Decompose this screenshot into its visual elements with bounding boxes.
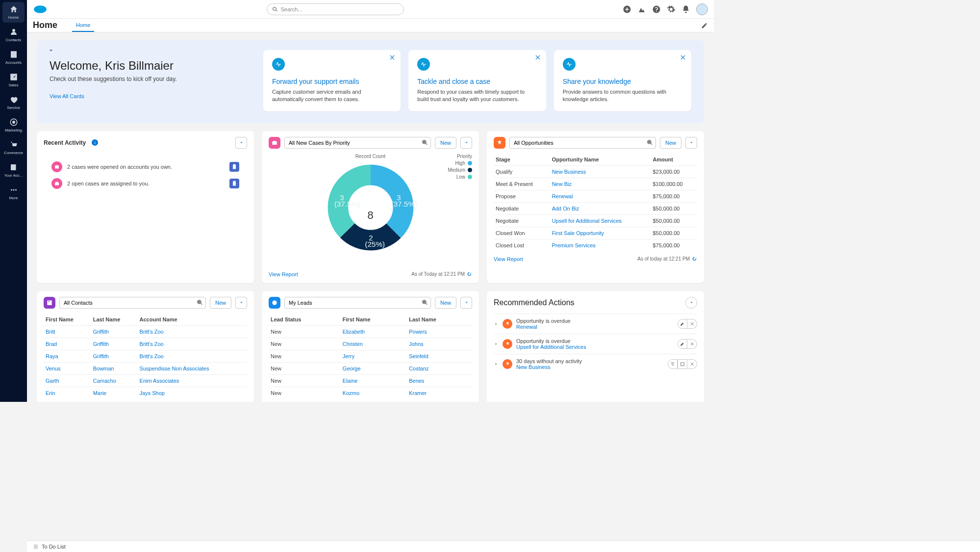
card-menu-button[interactable] <box>235 297 247 309</box>
table-row[interactable]: Closed WonFirst Sale Opportunity$50,000.… <box>494 227 697 239</box>
timestamp-text: As of today at 12:21 PM <box>637 256 690 262</box>
sidebar-item-sales[interactable]: Sales <box>2 70 25 90</box>
chevron-right-icon[interactable] <box>494 362 499 367</box>
table-row[interactable]: BrittGriffithBritt's Zoo <box>44 325 247 338</box>
setup-icon[interactable] <box>667 5 676 14</box>
dismiss-action-button[interactable] <box>687 359 697 369</box>
global-search[interactable]: Search... <box>267 3 404 15</box>
table-row[interactable]: NewKozmoKramer <box>269 387 472 399</box>
user-avatar[interactable] <box>696 3 708 15</box>
dismiss-action-button[interactable] <box>687 319 697 329</box>
tab-home[interactable]: Home <box>72 19 94 32</box>
page-title: Home <box>33 20 57 30</box>
sidebar-item-your-account[interactable]: Your Acc... <box>2 160 25 181</box>
card-menu-button[interactable] <box>460 137 472 149</box>
table-row[interactable]: Closed LostPremium Services$75,000.00 <box>494 239 697 251</box>
edit-action-button[interactable] <box>678 319 687 329</box>
chevron-down-icon[interactable] <box>48 47 54 54</box>
table-row[interactable]: NewElizabethPowers <box>269 325 472 338</box>
leads-filter-input[interactable] <box>284 297 431 309</box>
table-row[interactable]: BradGriffithBritt's Zoo <box>44 338 247 350</box>
calendar-action-button[interactable] <box>678 359 687 369</box>
sidebar-item-contacts[interactable]: Contacts <box>2 25 25 45</box>
pulse-icon <box>417 58 430 71</box>
dismiss-action-button[interactable] <box>687 339 697 349</box>
opportunity-icon <box>503 339 512 349</box>
cases-filter-input[interactable] <box>284 137 431 149</box>
new-opp-button[interactable]: New <box>660 137 681 149</box>
hero-banner: Welcome, Kris Billmaier Check out these … <box>37 40 704 123</box>
table-row[interactable]: GarthCamachoEnim Associates <box>44 374 247 387</box>
sidebar-item-service[interactable]: Service <box>2 92 25 113</box>
new-case-button[interactable]: New <box>435 137 456 149</box>
opps-filter-input[interactable] <box>509 137 656 149</box>
suggestion-title[interactable]: Share your knowledge <box>563 78 682 85</box>
legend-title: Priority <box>448 154 472 159</box>
report-icon[interactable] <box>229 179 239 188</box>
table-row[interactable]: NewChristenJohns <box>269 338 472 350</box>
info-icon[interactable]: i <box>92 139 98 146</box>
table-row[interactable]: NewJerrySeinfeld <box>269 350 472 362</box>
sidebar-label: Marketing <box>5 128 22 132</box>
card-menu-button[interactable] <box>460 297 472 309</box>
card-menu-button[interactable] <box>235 137 247 149</box>
recommended-item: 30 days without any activityNew Business <box>494 354 697 374</box>
table-row[interactable]: NewGeorgeCostanz <box>269 362 472 374</box>
sidebar-label: Contacts <box>6 38 22 42</box>
salesforce-logo <box>33 4 48 14</box>
recent-activity-title: Recent Activity <box>44 139 86 146</box>
edit-page-icon[interactable] <box>701 22 708 29</box>
leads-table: Lead StatusFirst NameLast Name NewElizab… <box>269 314 472 399</box>
welcome-subtitle: Check out these suggestions to kick off … <box>50 76 255 82</box>
filter-action-button[interactable] <box>668 359 678 369</box>
table-row[interactable]: VenusBowmanSuspendisse Non Associates <box>44 362 247 374</box>
suggestion-title[interactable]: Tackle and close a case <box>417 78 537 85</box>
caret-down-icon <box>689 140 694 145</box>
sales-icon <box>9 73 18 81</box>
sidebar-item-marketing[interactable]: Marketing <box>2 115 25 135</box>
table-row[interactable]: Meet & PresentNew Biz$100,000.00 <box>494 178 697 190</box>
chart-title: Record Count <box>269 154 472 159</box>
table-row[interactable]: QualifyNew Business$23,000.00 <box>494 165 697 178</box>
col-ln: Last Name <box>407 314 472 326</box>
card-menu-button[interactable] <box>685 137 697 149</box>
report-icon[interactable] <box>229 162 239 172</box>
home-icon <box>9 5 18 14</box>
table-row[interactable]: RayaGriffithBritt's Zoo <box>44 350 247 362</box>
sidebar-item-home[interactable]: Home <box>2 2 25 23</box>
card-menu-button[interactable] <box>685 297 697 309</box>
sidebar-label: Your Acc... <box>4 173 23 178</box>
table-row[interactable]: ProposeRenewal$75,000.00 <box>494 190 697 202</box>
view-all-cards-link[interactable]: View All Cards <box>50 93 84 99</box>
refresh-icon[interactable] <box>467 271 472 277</box>
table-row[interactable]: NegotiateUpsell for Additional Services$… <box>494 214 697 227</box>
view-report-link[interactable]: View Report <box>494 256 523 262</box>
suggestion-card: Tackle and close a case Respond to your … <box>408 50 546 111</box>
view-report-link[interactable]: View Report <box>269 271 298 277</box>
sidebar-item-more[interactable]: More <box>2 183 25 203</box>
notifications-icon[interactable] <box>681 5 690 14</box>
svg-point-4 <box>15 189 17 191</box>
new-lead-button[interactable]: New <box>435 297 456 309</box>
contacts-filter-input[interactable] <box>59 297 206 309</box>
new-contact-button[interactable]: New <box>210 297 231 309</box>
sidebar-item-commerce[interactable]: Commerce <box>2 137 25 158</box>
close-icon[interactable] <box>389 54 396 61</box>
trailhead-icon[interactable] <box>637 5 646 14</box>
refresh-icon[interactable] <box>692 256 697 262</box>
table-row[interactable]: NegotiateAdd On Biz$50,000.00 <box>494 202 697 214</box>
table-row[interactable]: ErinMarieJays Shop <box>44 387 247 399</box>
chevron-right-icon[interactable] <box>494 342 499 346</box>
suggestion-title[interactable]: Forward your support emails <box>272 78 392 85</box>
account-icon <box>9 163 18 172</box>
close-icon[interactable] <box>534 54 541 61</box>
table-row[interactable]: NewElaineBenes <box>269 374 472 387</box>
help-icon[interactable] <box>652 5 661 14</box>
close-icon[interactable] <box>679 54 686 61</box>
sidebar-item-accounts[interactable]: Accounts <box>2 47 25 68</box>
search-icon <box>647 139 653 146</box>
add-icon[interactable] <box>623 5 631 14</box>
search-placeholder: Search... <box>281 6 302 12</box>
chevron-right-icon[interactable] <box>494 321 499 326</box>
edit-action-button[interactable] <box>678 339 687 349</box>
